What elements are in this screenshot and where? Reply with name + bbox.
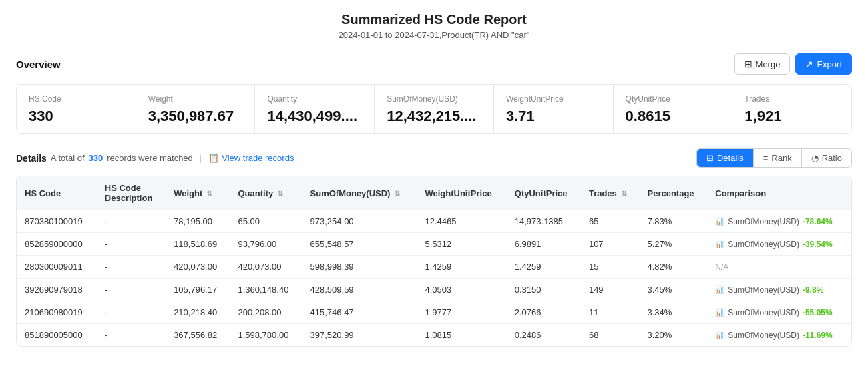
- view-trade-records-link[interactable]: 📋 View trade records: [208, 153, 294, 163]
- comparison-icon: 📊: [715, 240, 724, 248]
- card-value: 3.71: [506, 108, 601, 125]
- comparison-icon: 📊: [715, 331, 724, 339]
- cell-quantity: 1,598,780.00: [230, 324, 302, 347]
- comparison-value: -9.8%: [803, 285, 823, 295]
- col-header-weight_unit_price: WeightUnitPrice: [417, 176, 506, 210]
- comparison-text-label: SumOfMoney(USD): [728, 240, 799, 249]
- cell-comparison: 📊 SumOfMoney(USD) -78.64%: [707, 210, 851, 233]
- merge-icon: ⊞: [744, 59, 752, 69]
- cell-weight: 118,518.69: [166, 233, 230, 256]
- summary-card-quantity: Quantity 14,430,499....: [255, 85, 375, 133]
- cell-qty_unit_price: 1.4259: [507, 256, 581, 279]
- col-header-weight[interactable]: Weight ⇅: [166, 176, 230, 210]
- cell-percentage: 3.20%: [640, 324, 708, 347]
- cell-qty_unit_price: 0.2486: [507, 324, 581, 347]
- table-row: 392690979018-105,796.171,360,148.40428,5…: [17, 279, 851, 301]
- card-label: Trades: [744, 94, 839, 104]
- cell-hs_desc: -: [97, 301, 166, 324]
- cell-percentage: 3.45%: [640, 279, 708, 301]
- export-icon: ↗: [805, 59, 813, 69]
- cell-percentage: 3.34%: [640, 301, 708, 324]
- details-meta-prefix: A total of: [51, 153, 85, 163]
- cell-hs_code: 280300009011: [17, 256, 97, 279]
- tab-group: ⊞Details≡Rank◔Ratio: [696, 148, 852, 168]
- tab-rank[interactable]: ≡Rank: [754, 149, 802, 167]
- cell-quantity: 1,360,148.40: [230, 279, 302, 301]
- cell-comparison: 📊 SumOfMoney(USD) -9.8%: [707, 279, 851, 301]
- comparison-text-label: SumOfMoney(USD): [728, 308, 799, 317]
- card-label: SumOfMoney(USD): [387, 94, 481, 104]
- cell-trades: 149: [581, 279, 640, 301]
- export-button[interactable]: ↗ Export: [795, 53, 852, 75]
- cell-hs_code: 392690979018: [17, 279, 97, 301]
- cell-hs_code: 870380100019: [17, 210, 97, 233]
- summary-card-weightunitprice: WeightUnitPrice 3.71: [494, 85, 614, 133]
- details-meta-suffix: records were matched: [107, 153, 193, 163]
- cell-sum_money: 415,746.47: [302, 301, 417, 324]
- top-bar-buttons: ⊞ Merge ↗ Export: [734, 53, 852, 75]
- page-title: Summarized HS Code Report: [16, 12, 852, 27]
- comparison-value: -55.05%: [803, 308, 833, 317]
- comparison-icon: 📊: [715, 308, 724, 317]
- cell-sum_money: 973,254.00: [302, 210, 417, 233]
- cell-weight: 210,218.40: [166, 301, 230, 324]
- table-header-row: HS CodeHS CodeDescriptionWeight ⇅Quantit…: [17, 176, 851, 210]
- col-header-quantity[interactable]: Quantity ⇅: [230, 176, 302, 210]
- cell-qty_unit_price: 6.9891: [507, 233, 581, 256]
- cell-comparison: N/A: [707, 256, 851, 279]
- summary-card-weight: Weight 3,350,987.67: [136, 85, 256, 133]
- cell-hs_code: 210690980019: [17, 301, 97, 324]
- card-value: 1,921: [744, 108, 839, 125]
- page-subtitle: 2024-01-01 to 2024-07-31,Product(TR) AND…: [16, 30, 852, 40]
- comparison-text-label: SumOfMoney(USD): [728, 217, 799, 226]
- cell-hs_desc: -: [97, 210, 166, 233]
- details-header: Details A total of 330 records were matc…: [16, 148, 852, 168]
- cell-qty_unit_price: 2.0766: [507, 301, 581, 324]
- table-row: 852859000000-118,518.6993,796.00655,548.…: [17, 233, 851, 256]
- comparison-cell: 📊 SumOfMoney(USD) -9.8%: [715, 285, 843, 295]
- summary-card-hs-code: HS Code 330: [17, 85, 136, 133]
- comparison-icon: 📊: [715, 217, 724, 226]
- cell-hs_code: 851890005000: [17, 324, 97, 347]
- cell-weight_unit_price: 4.0503: [417, 279, 506, 301]
- sort-icon: ⇅: [275, 190, 283, 198]
- summary-cards: HS Code 330 Weight 3,350,987.67 Quantity…: [16, 84, 852, 134]
- cell-weight_unit_price: 1.9777: [417, 301, 506, 324]
- cell-sum_money: 428,509.59: [302, 279, 417, 301]
- cell-quantity: 93,796.00: [230, 233, 302, 256]
- cell-quantity: 65.00: [230, 210, 302, 233]
- details-title: Details: [16, 153, 47, 164]
- cell-qty_unit_price: 14,973.1385: [507, 210, 581, 233]
- cell-weight: 367,556.82: [166, 324, 230, 347]
- col-header-trades[interactable]: Trades ⇅: [581, 176, 640, 210]
- cell-weight_unit_price: 12.4465: [417, 210, 506, 233]
- card-label: HS Code: [29, 94, 124, 104]
- cell-percentage: 4.82%: [640, 256, 708, 279]
- tab-details[interactable]: ⊞Details: [697, 149, 754, 167]
- rank-tab-icon: ≡: [763, 153, 769, 163]
- col-header-sum_money[interactable]: SumOfMoney(USD) ⇅: [302, 176, 417, 210]
- col-header-qty_unit_price: QtyUnitPrice: [507, 176, 581, 210]
- cell-trades: 68: [581, 324, 640, 347]
- col-header-hs_desc: HS CodeDescription: [97, 176, 166, 210]
- cell-weight_unit_price: 1.4259: [417, 256, 506, 279]
- card-label: QtyUnitPrice: [626, 94, 720, 104]
- summary-card-trades: Trades 1,921: [732, 85, 851, 133]
- merge-button[interactable]: ⊞ Merge: [734, 53, 791, 75]
- details-left: Details A total of 330 records were matc…: [16, 153, 294, 164]
- tab-ratio[interactable]: ◔Ratio: [802, 149, 851, 167]
- summary-card-sumofmoney-usd-: SumOfMoney(USD) 12,432,215....: [375, 85, 494, 133]
- cell-trades: 107: [581, 233, 640, 256]
- cell-comparison: 📊 SumOfMoney(USD) -11.69%: [707, 324, 851, 347]
- card-label: WeightUnitPrice: [506, 94, 601, 104]
- cell-percentage: 7.83%: [640, 210, 708, 233]
- cell-comparison: 📊 SumOfMoney(USD) -39.54%: [707, 233, 851, 256]
- cell-percentage: 5.27%: [640, 233, 708, 256]
- cell-quantity: 200,208.00: [230, 301, 302, 324]
- sort-icon: ⇅: [392, 190, 400, 198]
- comparison-cell: 📊 SumOfMoney(USD) -78.64%: [715, 217, 843, 226]
- cell-quantity: 420,073.00: [230, 256, 302, 279]
- card-value: 14,430,499....: [267, 108, 362, 125]
- view-link-icon: 📋: [208, 153, 219, 163]
- card-value: 12,432,215....: [387, 108, 481, 125]
